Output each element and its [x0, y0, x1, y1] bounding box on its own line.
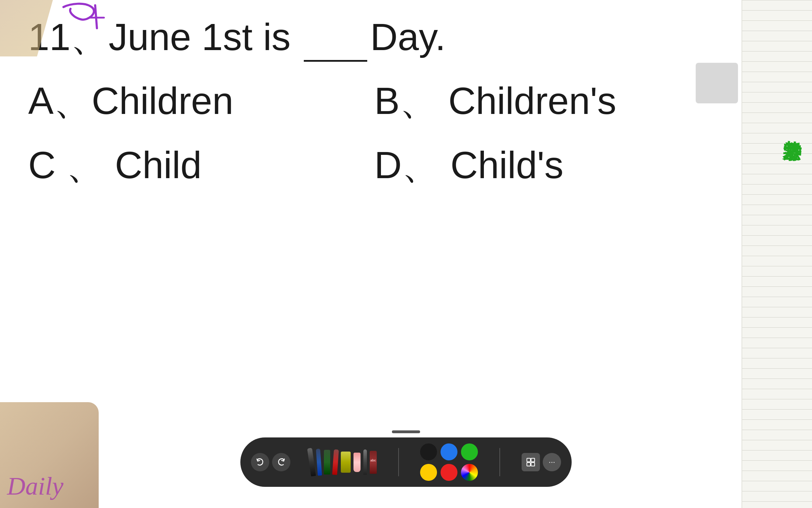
option-c-label: C 、 Child	[28, 144, 202, 186]
option-c[interactable]: C 、 Child	[28, 133, 374, 197]
color-green[interactable]	[461, 443, 478, 460]
thin-brush-tool[interactable]	[363, 449, 367, 475]
toolbar-divider-2	[499, 448, 500, 476]
toolbar-divider	[398, 448, 399, 476]
more-options-icon: ···	[549, 458, 555, 467]
toolbar-handle	[392, 430, 420, 433]
undo-redo-group	[251, 453, 290, 471]
highlighter-yellow-tool[interactable]	[341, 452, 351, 473]
top-torn-decoration	[0, 0, 53, 56]
undo-button[interactable]	[251, 453, 269, 471]
pen-red-tool[interactable]	[332, 449, 339, 475]
question-text: 11、June 1st is Day.	[28, 11, 720, 62]
svg-rect-0	[527, 458, 530, 462]
right-notebook: 方字热爱	[742, 0, 812, 508]
marker-green-tool[interactable]	[324, 450, 330, 474]
svg-rect-2	[527, 462, 530, 466]
toolbar: abc ···	[240, 437, 572, 487]
marker-darkred-tool[interactable]: abc	[370, 451, 377, 474]
question-text-before: June 1st is	[109, 16, 301, 58]
color-grid	[420, 443, 478, 481]
options-grid: A、Children B、 Children's C 、 Child D、 Ch…	[28, 69, 720, 197]
redo-button[interactable]	[272, 453, 290, 471]
pen-blue-tool[interactable]	[316, 449, 322, 476]
option-b-label: B、 Children's	[374, 79, 616, 122]
option-a[interactable]: A、Children	[28, 69, 374, 133]
color-palette-group	[420, 443, 478, 481]
question-blank	[304, 11, 367, 62]
extra-controls-group: ···	[522, 453, 561, 471]
torn-paper-decoration: Daily	[0, 402, 99, 508]
color-rainbow[interactable]	[461, 464, 478, 481]
svg-rect-1	[531, 458, 535, 462]
color-red[interactable]	[441, 464, 457, 481]
pages-button[interactable]	[522, 453, 540, 471]
undo-icon	[255, 457, 265, 467]
eraser-pink-tool[interactable]	[353, 453, 361, 472]
more-options-button[interactable]: ···	[543, 453, 561, 471]
option-a-label: A、Children	[28, 79, 233, 122]
redo-icon	[276, 457, 287, 467]
color-yellow[interactable]	[420, 464, 437, 481]
notebook-lines	[742, 0, 812, 508]
option-d[interactable]: D、 Child's	[374, 133, 720, 197]
option-b[interactable]: B、 Children's	[374, 69, 720, 133]
svg-rect-3	[531, 462, 535, 466]
pencil-tool[interactable]	[307, 448, 316, 476]
color-blue[interactable]	[441, 443, 457, 460]
question-text-after: Day.	[370, 16, 445, 58]
question-area: 11、June 1st is Day. A、Children B、 Childr…	[28, 11, 720, 197]
color-black[interactable]	[420, 443, 437, 460]
pages-icon	[525, 457, 536, 467]
drawing-tools-group: abc	[309, 448, 377, 476]
option-d-label: D、 Child's	[374, 144, 564, 186]
daily-label: Daily	[7, 472, 63, 501]
